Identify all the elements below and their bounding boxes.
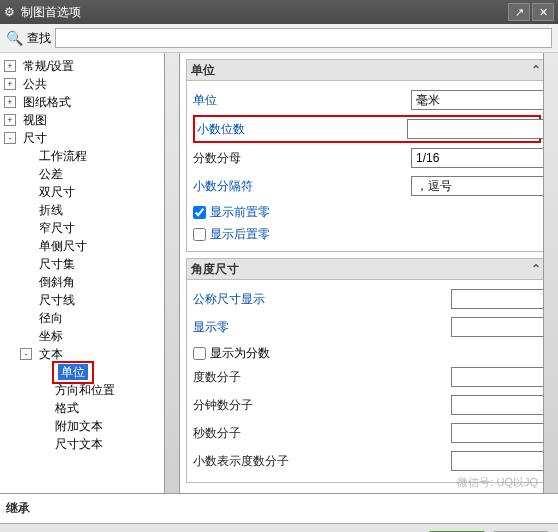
tree-item[interactable]: 方向和位置	[4, 381, 179, 399]
row-asfrac: 显示为分数	[193, 342, 541, 364]
leading-checkbox[interactable]	[193, 206, 206, 219]
unit-label: 单位	[193, 92, 411, 109]
secnum-label: 秒数分子	[193, 425, 451, 442]
tree-item[interactable]: 折线	[4, 201, 179, 219]
tree-item[interactable]: 单位	[4, 363, 179, 381]
row-leading: 显示前置零	[193, 201, 541, 223]
asfrac-checkbox[interactable]	[193, 347, 206, 360]
tree-label: 倒斜角	[36, 273, 78, 292]
separator-value[interactable]	[411, 176, 558, 196]
tree-toggle-icon[interactable]: +	[4, 96, 16, 108]
tree-label: 径向	[36, 309, 66, 328]
collapse-icon: ⌃	[529, 262, 543, 276]
main-area: +常规/设置+公共+图纸格式+视图-尺寸工作流程公差双尺寸折线窄尺寸单侧尺寸尺寸…	[0, 53, 558, 493]
inherit-row: 继承	[0, 493, 558, 523]
zero-value[interactable]	[451, 317, 558, 337]
tree-label: 尺寸	[20, 129, 50, 148]
tree-item[interactable]: 双尺寸	[4, 183, 179, 201]
tree-label: 常规/设置	[20, 57, 77, 76]
row-nominal: 公称尺寸显示 ▼	[193, 286, 541, 312]
degnum-value[interactable]	[451, 367, 558, 387]
tree-item[interactable]: 尺寸集	[4, 255, 179, 273]
group-units: 单位 ⌃ 单位 ▼ 小数位数 ◆ 分数分母 ▼ 小数分隔符 ▼	[186, 59, 548, 252]
tree-item[interactable]: 尺寸线	[4, 291, 179, 309]
row-unit: 单位 ▼	[193, 87, 541, 113]
search-icon: 🔍	[6, 30, 23, 46]
help-button[interactable]: ↗	[508, 3, 530, 21]
gear-icon: ⚙	[4, 5, 15, 19]
tree-label: 坐标	[36, 327, 66, 346]
collapse-icon: ⌃	[529, 63, 543, 77]
minnum-value[interactable]	[451, 395, 558, 415]
tree-label: 格式	[52, 399, 82, 418]
row-fraction: 分数分母 ▼	[193, 145, 541, 171]
decdeg-label: 小数表示度数分子	[193, 453, 451, 470]
degnum-label: 度数分子	[193, 369, 451, 386]
search-input[interactable]	[55, 28, 552, 48]
tree-label: 单位	[58, 364, 88, 380]
tree-item[interactable]: 公差	[4, 165, 179, 183]
search-bar: 🔍 查找	[0, 24, 558, 53]
tree-label: 尺寸文本	[52, 435, 106, 454]
fraction-label: 分数分母	[193, 150, 411, 167]
tree-label: 图纸格式	[20, 93, 74, 112]
row-zero: 显示零 ▼	[193, 314, 541, 340]
asfrac-label: 显示为分数	[210, 345, 270, 362]
tree-label: 公差	[36, 165, 66, 184]
tree-item[interactable]: +常规/设置	[4, 57, 179, 75]
group-angle-header[interactable]: 角度尺寸 ⌃	[186, 258, 548, 280]
tree-toggle-icon[interactable]: +	[4, 78, 16, 90]
title-bar: ⚙ 制图首选项 ↗ ✕	[0, 0, 558, 24]
row-secnum: 秒数分子	[193, 420, 541, 446]
tree-label: 尺寸线	[36, 291, 78, 310]
row-decimals: 小数位数 ◆	[193, 115, 541, 143]
tree-item[interactable]: -尺寸	[4, 129, 179, 147]
separator-label: 小数分隔符	[193, 178, 411, 195]
close-button[interactable]: ✕	[532, 3, 554, 21]
tree-toggle-icon[interactable]: +	[4, 60, 16, 72]
tree-item[interactable]: 附加文本	[4, 417, 179, 435]
nominal-value[interactable]	[451, 289, 558, 309]
tree-label: 折线	[36, 201, 66, 220]
tree-item[interactable]: 尺寸文本	[4, 435, 179, 453]
tree-label: 单侧尺寸	[36, 237, 90, 256]
zero-label: 显示零	[193, 319, 451, 336]
tree-label: 双尺寸	[36, 183, 78, 202]
tree-panel: +常规/设置+公共+图纸格式+视图-尺寸工作流程公差双尺寸折线窄尺寸单侧尺寸尺寸…	[0, 53, 180, 493]
tree-item[interactable]: 窄尺寸	[4, 219, 179, 237]
row-trailing: 显示后置零	[193, 223, 541, 245]
tree-label: 公共	[20, 75, 50, 94]
group-angle: 角度尺寸 ⌃ 公称尺寸显示 ▼ 显示零 ▼ 显示为分数 度数分子	[186, 258, 548, 483]
tree-label: 视图	[20, 111, 50, 130]
tree-toggle-icon[interactable]: +	[4, 114, 16, 126]
row-minnum: 分钟数分子	[193, 392, 541, 418]
tree-item[interactable]: 格式	[4, 399, 179, 417]
tree-label: 窄尺寸	[36, 219, 78, 238]
leading-label: 显示前置零	[210, 204, 270, 221]
tree-item[interactable]: 工作流程	[4, 147, 179, 165]
unit-value[interactable]	[411, 90, 558, 110]
decdeg-value[interactable]	[451, 451, 558, 471]
tree-label: 尺寸集	[36, 255, 78, 274]
window-title: 制图首选项	[21, 4, 506, 21]
tree-item[interactable]: 倒斜角	[4, 273, 179, 291]
trailing-label: 显示后置零	[210, 226, 270, 243]
tree-item[interactable]: 径向	[4, 309, 179, 327]
secnum-value[interactable]	[451, 423, 558, 443]
tree-item[interactable]: +视图	[4, 111, 179, 129]
fraction-value[interactable]	[411, 148, 558, 168]
decimals-value[interactable]	[407, 119, 558, 139]
group-units-title: 单位	[191, 62, 529, 79]
footer: 确定 取消	[0, 523, 558, 532]
tree-toggle-icon[interactable]: -	[4, 132, 16, 144]
tree-toggle-icon[interactable]: -	[20, 348, 32, 360]
minnum-label: 分钟数分子	[193, 397, 451, 414]
tree-item[interactable]: 单侧尺寸	[4, 237, 179, 255]
tree-label: 工作流程	[36, 147, 90, 166]
trailing-checkbox[interactable]	[193, 228, 206, 241]
tree-item[interactable]: +图纸格式	[4, 93, 179, 111]
tree-item[interactable]: 坐标	[4, 327, 179, 345]
group-units-header[interactable]: 单位 ⌃	[186, 59, 548, 81]
tree-item[interactable]: +公共	[4, 75, 179, 93]
inherit-label: 继承	[6, 501, 30, 515]
